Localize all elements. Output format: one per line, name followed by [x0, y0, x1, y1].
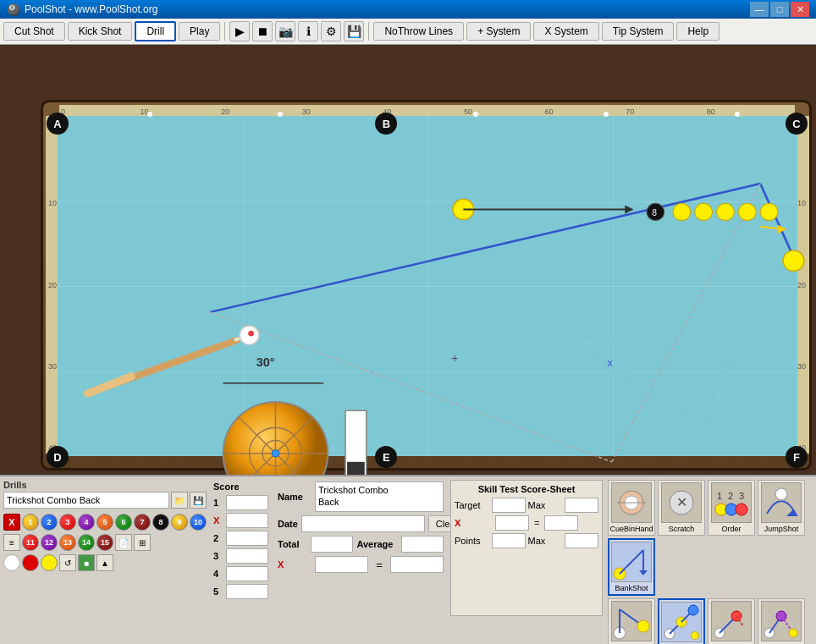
app-icon: 🎱: [7, 3, 20, 16]
shot-types-bottom-row: KickShot Combo: [608, 598, 813, 644]
cut-shot-button[interactable]: Cut Shot: [3, 22, 65, 41]
corner-a: A: [47, 113, 69, 135]
minimize-button[interactable]: —: [750, 2, 769, 17]
skill-x-input[interactable]: [495, 515, 529, 531]
x-button[interactable]: X: [3, 514, 20, 531]
ball-13[interactable]: 13: [59, 534, 76, 551]
points-input[interactable]: [492, 533, 526, 548]
score-x-input[interactable]: [226, 513, 268, 528]
drills-up-btn[interactable]: ▲: [96, 554, 113, 571]
plus-system-button[interactable]: + System: [466, 22, 531, 41]
bank-shot-btn[interactable]: BankShot: [608, 538, 655, 596]
total-input[interactable]: [311, 536, 353, 553]
info-icon-button[interactable]: ℹ: [298, 21, 318, 41]
points-label: Points: [455, 536, 489, 546]
drills-color-btn[interactable]: ■: [78, 554, 95, 571]
camera-icon-button[interactable]: 📷: [275, 21, 295, 41]
score-1-input[interactable]: [226, 495, 268, 510]
max-input[interactable]: [565, 498, 598, 513]
ball-3[interactable]: 3: [59, 514, 76, 531]
x-input[interactable]: [315, 556, 368, 573]
ball-12[interactable]: 12: [41, 534, 58, 551]
result-input[interactable]: [390, 556, 444, 573]
ball-7[interactable]: 7: [134, 514, 151, 531]
help-button[interactable]: Help: [676, 22, 720, 41]
date-input[interactable]: [301, 515, 425, 532]
ball-15[interactable]: 15: [96, 534, 113, 551]
svg-point-66: [688, 605, 698, 615]
stop-icon-button[interactable]: ⏹: [252, 21, 273, 41]
drills-folder-btn[interactable]: 📁: [171, 492, 188, 509]
jump-shot-icon: [761, 482, 802, 523]
drill-button[interactable]: Drill: [135, 21, 176, 41]
ball-2[interactable]: 2: [41, 514, 58, 531]
ball-8[interactable]: 8: [152, 514, 169, 531]
kiss-btn[interactable]: Kiss: [708, 598, 755, 644]
jump-shot-btn[interactable]: JumpShot: [758, 480, 805, 536]
score-3-input[interactable]: [226, 548, 268, 564]
drills-name-row: 📁 💾: [3, 492, 207, 509]
drills-grid-btn[interactable]: ⊞: [134, 534, 151, 551]
drills-name-input[interactable]: [3, 492, 169, 509]
ruler-right: 0 10 20 30 40: [797, 116, 809, 454]
skill-section: Skill Test Score-Sheet Target Max X = Po…: [450, 480, 603, 616]
jump-shot-label: JumpShot: [764, 525, 799, 533]
x-system-button[interactable]: X System: [533, 22, 598, 41]
max-label-2: Max: [528, 536, 563, 546]
drills-list-btn[interactable]: ≡: [3, 534, 20, 551]
maximize-button[interactable]: □: [770, 2, 789, 17]
ball-4[interactable]: 4: [78, 514, 95, 531]
drills-save-btn[interactable]: 💾: [190, 492, 207, 509]
ball-5[interactable]: 5: [96, 514, 113, 531]
ball-14[interactable]: 14: [78, 534, 95, 551]
svg-point-75: [789, 629, 797, 637]
no-throw-lines-button[interactable]: NoThrow Lines: [373, 22, 464, 41]
kick-shot-icon: [611, 601, 652, 641]
ball-1[interactable]: 1: [22, 514, 39, 531]
ball-yellow[interactable]: [41, 554, 58, 571]
score-row-3: 3: [213, 548, 269, 564]
total-row: Total Average: [278, 536, 444, 553]
close-button[interactable]: ✕: [791, 2, 809, 17]
settings-icon-button[interactable]: ⚙: [321, 21, 341, 41]
score-section: Score 1 X 2 3 4 5: [212, 480, 271, 616]
score-2-input[interactable]: [226, 531, 268, 546]
kick-shot-type-btn[interactable]: KickShot: [608, 598, 655, 644]
table-felt[interactable]: [58, 116, 797, 456]
skill-x-row: X =: [455, 515, 598, 531]
drills-undo-btn[interactable]: ↺: [59, 554, 76, 571]
tip-system-button[interactable]: Tip System: [602, 22, 675, 41]
svg-text:2: 2: [728, 491, 733, 501]
separator-2: [368, 22, 369, 41]
average-input[interactable]: [401, 536, 444, 553]
cue-in-hand-btn[interactable]: CueBinHand: [608, 480, 655, 536]
drills-copy-btn[interactable]: 📄: [115, 534, 132, 551]
play-icon-button[interactable]: ▶: [229, 21, 250, 41]
info-section: Name Trickshot ComboBack Date Clear ↺ To…: [276, 480, 445, 616]
name-row: Name Trickshot ComboBack: [278, 482, 444, 512]
ball-red[interactable]: [22, 554, 39, 571]
kick-shot-button[interactable]: Kick Shot: [68, 22, 133, 41]
score-row-x: X: [213, 513, 269, 528]
total-label: Total: [278, 539, 307, 549]
bank-shot-icon: [611, 542, 652, 582]
carom-btn[interactable]: Carom: [758, 598, 805, 644]
ball-6[interactable]: 6: [115, 514, 132, 531]
score-5-input[interactable]: [226, 584, 268, 599]
ball-blank[interactable]: [3, 554, 20, 571]
download-icon-button[interactable]: 💾: [344, 21, 364, 41]
target-label: Target: [455, 500, 489, 510]
ball-11[interactable]: 11: [22, 534, 39, 551]
scratch-btn[interactable]: ✕ Scratch: [658, 480, 705, 536]
score-4-input[interactable]: [226, 566, 268, 581]
combo-btn[interactable]: Combo: [658, 598, 705, 644]
max-input-2[interactable]: [565, 533, 598, 548]
diamond: [278, 112, 283, 117]
cue-in-hand-label: CueBinHand: [609, 525, 653, 533]
play-button[interactable]: Play: [179, 22, 220, 41]
order-btn[interactable]: 1 2 3 Order: [708, 480, 755, 536]
target-input[interactable]: [492, 498, 526, 513]
skill-result-input[interactable]: [544, 515, 578, 531]
ball-10[interactable]: 10: [190, 514, 207, 531]
ball-9[interactable]: 9: [171, 514, 188, 531]
